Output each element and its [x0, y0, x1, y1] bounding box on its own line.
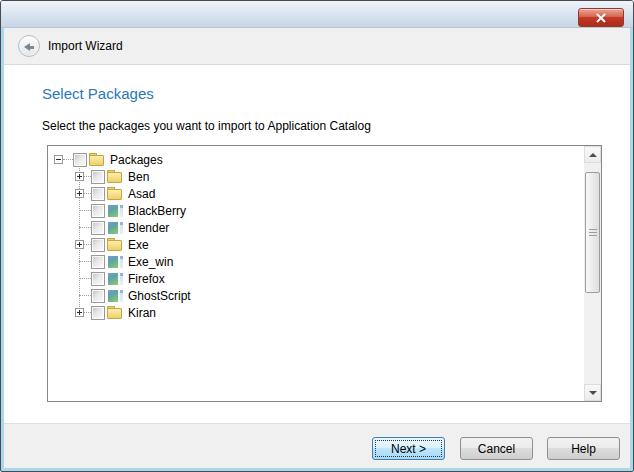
tree-item-Blender[interactable]: Blender — [79, 219, 584, 236]
arrow-down-icon — [589, 391, 597, 395]
tree-item-label[interactable]: Ben — [128, 170, 149, 184]
tree-item-Exe_win[interactable]: Exe_win — [79, 253, 584, 270]
tree-item-label[interactable]: Exe — [128, 238, 149, 252]
folder-icon — [107, 238, 123, 252]
wizard-title: Import Wizard — [48, 39, 123, 53]
folder-icon — [89, 153, 105, 167]
tree-item-Exe[interactable]: Exe — [75, 236, 584, 253]
packages-tree-panel: PackagesBenAsadBlackBerryBlenderExeExe_w… — [47, 145, 602, 402]
folder-icon — [107, 306, 123, 320]
help-button[interactable]: Help — [547, 437, 620, 460]
import-wizard-window: Import Wizard Select Packages Select the… — [0, 0, 634, 472]
tree-item-label[interactable]: Asad — [128, 187, 155, 201]
checkbox-GhostScript[interactable] — [91, 289, 105, 303]
tree-connector — [63, 159, 73, 160]
tree-connector — [84, 244, 91, 245]
package-icon — [107, 221, 123, 235]
wizard-header: Import Wizard — [4, 28, 630, 65]
tree-items: PackagesBenAsadBlackBerryBlenderExeExe_w… — [48, 146, 584, 401]
tree-item-label[interactable]: Packages — [110, 153, 163, 167]
titlebar[interactable] — [1, 1, 633, 28]
client-area: Import Wizard Select Packages Select the… — [4, 28, 630, 468]
checkbox-Firefox[interactable] — [91, 272, 105, 286]
close-icon — [596, 13, 606, 23]
tree-item-label[interactable]: Firefox — [128, 272, 165, 286]
tree-connector — [79, 278, 91, 279]
page-title: Select Packages — [42, 85, 154, 102]
checkbox-Exe[interactable] — [91, 238, 105, 252]
package-icon — [107, 289, 123, 303]
checkbox-BlackBerry[interactable] — [91, 204, 105, 218]
close-button[interactable] — [578, 8, 624, 27]
tree-item-Asad[interactable]: Asad — [75, 185, 584, 202]
checkbox-Blender[interactable] — [91, 221, 105, 235]
arrow-up-icon — [589, 153, 597, 157]
checkbox-Packages[interactable] — [73, 153, 87, 167]
tree-connector — [79, 210, 91, 211]
scrollbar-thumb[interactable] — [585, 172, 600, 293]
tree-item-label[interactable]: Blender — [128, 221, 169, 235]
expand-toggle-icon[interactable] — [75, 189, 84, 198]
tree-item-label[interactable]: Kiran — [128, 306, 156, 320]
footer-bar: Next > Cancel Help — [4, 423, 630, 468]
tree-connector — [79, 295, 91, 296]
next-button[interactable]: Next > — [372, 437, 445, 460]
tree-item-label[interactable]: GhostScript — [128, 289, 191, 303]
tree-item-BlackBerry[interactable]: BlackBerry — [79, 202, 584, 219]
tree-item-Ben[interactable]: Ben — [75, 168, 584, 185]
scrollbar-grip-icon — [589, 229, 597, 237]
tree-connector — [84, 312, 91, 313]
scroll-down-button[interactable] — [584, 384, 601, 401]
tree-item-label[interactable]: Exe_win — [128, 255, 173, 269]
back-button[interactable] — [18, 35, 40, 57]
cancel-button[interactable]: Cancel — [460, 437, 533, 460]
checkbox-Kiran[interactable] — [91, 306, 105, 320]
instruction-text: Select the packages you want to import t… — [42, 119, 371, 133]
expand-toggle-icon[interactable] — [75, 172, 84, 181]
tree-item-Kiran[interactable]: Kiran — [75, 304, 584, 321]
tree-connector — [84, 176, 91, 177]
expand-toggle-icon[interactable] — [75, 308, 84, 317]
tree-item-Packages[interactable]: Packages — [54, 151, 584, 168]
folder-icon — [107, 170, 123, 184]
scroll-up-button[interactable] — [584, 146, 601, 163]
tree-item-label[interactable]: BlackBerry — [128, 204, 186, 218]
package-icon — [107, 255, 123, 269]
package-icon — [107, 272, 123, 286]
vertical-scrollbar[interactable] — [584, 146, 601, 401]
tree-item-GhostScript[interactable]: GhostScript — [79, 287, 584, 304]
tree-connector — [84, 193, 91, 194]
tree-item-Firefox[interactable]: Firefox — [79, 270, 584, 287]
collapse-toggle-icon[interactable] — [54, 155, 63, 164]
package-icon — [107, 204, 123, 218]
expand-toggle-icon[interactable] — [75, 240, 84, 249]
folder-icon — [107, 187, 123, 201]
checkbox-Exe_win[interactable] — [91, 255, 105, 269]
checkbox-Asad[interactable] — [91, 187, 105, 201]
checkbox-Ben[interactable] — [91, 170, 105, 184]
tree-connector — [79, 227, 91, 228]
tree-connector — [79, 261, 91, 262]
